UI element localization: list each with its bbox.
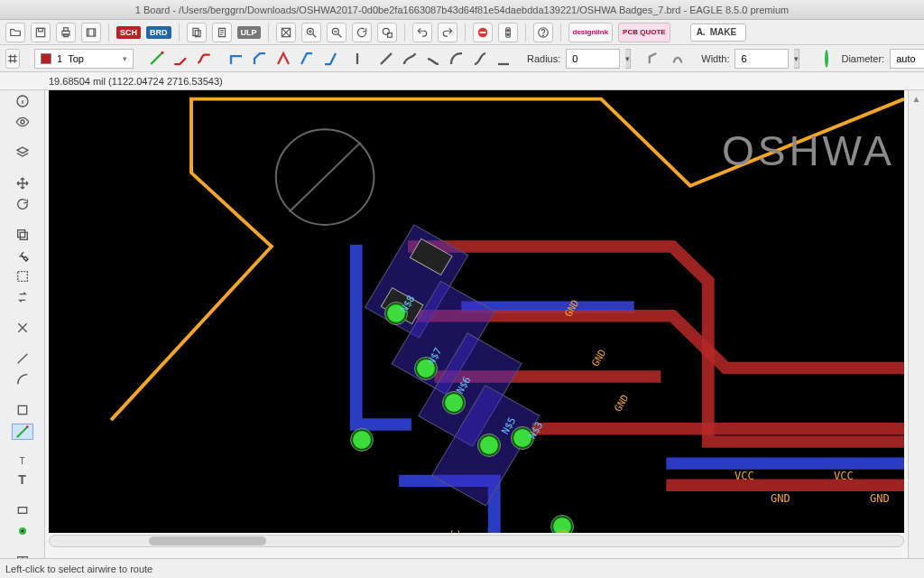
zoom-in-button[interactable] xyxy=(301,23,321,42)
route-walkaround-button[interactable] xyxy=(171,49,189,69)
bend-style-4[interactable] xyxy=(321,49,339,69)
rotate-tool[interactable] xyxy=(12,197,33,211)
board-switch-button[interactable]: BRD xyxy=(146,26,171,39)
separator xyxy=(465,23,466,42)
bend-2-icon xyxy=(275,51,291,67)
chevron-up-icon[interactable]: ▲ xyxy=(912,94,921,104)
text-small-tool[interactable]: T xyxy=(12,456,33,466)
route-tool[interactable] xyxy=(12,424,33,440)
bend-8-icon xyxy=(425,51,441,67)
svg-rect-3 xyxy=(64,27,69,31)
radius-input[interactable] xyxy=(566,49,620,69)
zoom-in-icon xyxy=(305,26,318,39)
layers-tool[interactable] xyxy=(12,145,33,160)
script-button[interactable] xyxy=(212,23,232,42)
svg-rect-24 xyxy=(17,230,24,238)
route-icon xyxy=(14,424,31,439)
film-icon xyxy=(85,26,97,39)
bend-style-9[interactable] xyxy=(448,49,466,69)
rect-icon xyxy=(14,503,31,517)
svg-point-20 xyxy=(162,51,164,53)
ulp-button[interactable]: ULP xyxy=(237,26,261,39)
chevron-down-icon: ▾ xyxy=(123,54,127,63)
info-tool[interactable] xyxy=(12,94,33,108)
save-button[interactable] xyxy=(31,23,51,42)
arc-tool[interactable] xyxy=(12,372,33,387)
pad xyxy=(477,434,501,457)
scrollbar-thumb[interactable] xyxy=(149,536,266,545)
bend-style-5[interactable] xyxy=(354,49,372,69)
print-icon xyxy=(60,26,72,39)
wrench-icon xyxy=(14,248,31,263)
radius-dropdown[interactable]: ▾ xyxy=(625,49,631,69)
route-push-icon xyxy=(196,51,212,67)
via-shape-octagon[interactable] xyxy=(825,50,828,68)
bend-style-0[interactable] xyxy=(227,49,245,69)
layer-number: 1 xyxy=(57,53,62,64)
wrench-tool[interactable] xyxy=(12,248,33,263)
bend-9-icon xyxy=(448,51,465,67)
miter-toggle[interactable] xyxy=(645,49,663,69)
bend-style-10[interactable] xyxy=(471,49,489,69)
bend-style-7[interactable] xyxy=(401,49,419,69)
go-button[interactable] xyxy=(498,23,518,42)
swap-icon xyxy=(14,290,31,304)
move-tool[interactable] xyxy=(12,176,33,191)
polygon-outline-tool[interactable] xyxy=(12,403,33,417)
svg-point-31 xyxy=(21,530,23,533)
delete-tool[interactable] xyxy=(12,321,33,335)
group-tool[interactable] xyxy=(12,269,33,284)
library-button[interactable] xyxy=(187,23,207,42)
schematic-switch-button[interactable]: SCH xyxy=(116,26,141,39)
cam-button[interactable] xyxy=(81,23,101,42)
width-dropdown[interactable]: ▾ xyxy=(794,49,799,69)
board-canvas[interactable]: OSHWA xyxy=(49,90,904,533)
width-input[interactable] xyxy=(735,49,789,69)
cancel-button[interactable] xyxy=(473,23,493,42)
redo-button[interactable] xyxy=(438,23,457,42)
zoom-fit-button[interactable] xyxy=(276,23,296,42)
horizontal-scrollbar[interactable] xyxy=(49,535,904,547)
layer-selector[interactable]: 1 Top ▾ xyxy=(34,49,134,69)
print-button[interactable] xyxy=(56,23,76,42)
zoom-select-button[interactable] xyxy=(377,23,397,42)
copy-tool[interactable] xyxy=(12,228,33,242)
undo-button[interactable] xyxy=(412,23,432,42)
bend-style-8[interactable] xyxy=(424,49,442,69)
refresh-icon xyxy=(356,26,368,39)
autodesk-logo-icon: A. xyxy=(697,27,706,37)
folder-icon xyxy=(9,26,22,39)
route-push-button[interactable] xyxy=(195,49,213,69)
bend-style-11[interactable] xyxy=(494,49,513,69)
vertical-scroll-margin: ▲ xyxy=(908,90,924,558)
line-tool[interactable] xyxy=(12,351,33,366)
bend-4-icon xyxy=(322,51,338,67)
bend-style-6[interactable] xyxy=(377,49,395,69)
help-button[interactable] xyxy=(533,23,553,42)
via-tool[interactable] xyxy=(12,524,33,538)
grid-settings-button[interactable] xyxy=(5,49,20,69)
canvas-wrapper: OSHWA xyxy=(45,90,908,558)
bend-style-1[interactable] xyxy=(251,49,269,69)
replace-tool[interactable] xyxy=(12,290,33,304)
zoom-redraw-button[interactable] xyxy=(352,23,372,42)
pcb-quote-button[interactable]: PCB QUOTE xyxy=(618,23,670,42)
zoom-out-button[interactable] xyxy=(327,23,346,42)
diameter-input[interactable] xyxy=(890,49,924,69)
loop-remove-toggle[interactable] xyxy=(669,49,687,69)
bend-style-2[interactable] xyxy=(274,49,292,69)
main-area: T T OSHWA xyxy=(0,90,924,558)
layer-name: Top xyxy=(68,53,84,64)
pad xyxy=(350,428,374,452)
traffic-light-icon xyxy=(502,26,514,39)
rect-tool[interactable] xyxy=(12,503,33,517)
show-tool[interactable] xyxy=(12,115,33,129)
bend-style-3[interactable] xyxy=(298,49,316,69)
diameter-label: Diameter: xyxy=(841,53,884,64)
route-ignore-obstacles-button[interactable] xyxy=(148,49,166,69)
open-button[interactable] xyxy=(5,23,25,42)
text-tool[interactable]: T xyxy=(12,472,33,487)
designlink-button[interactable]: designlink xyxy=(568,23,614,42)
copy-icon xyxy=(14,228,31,242)
make-button[interactable]: A. MAKE xyxy=(690,23,746,42)
